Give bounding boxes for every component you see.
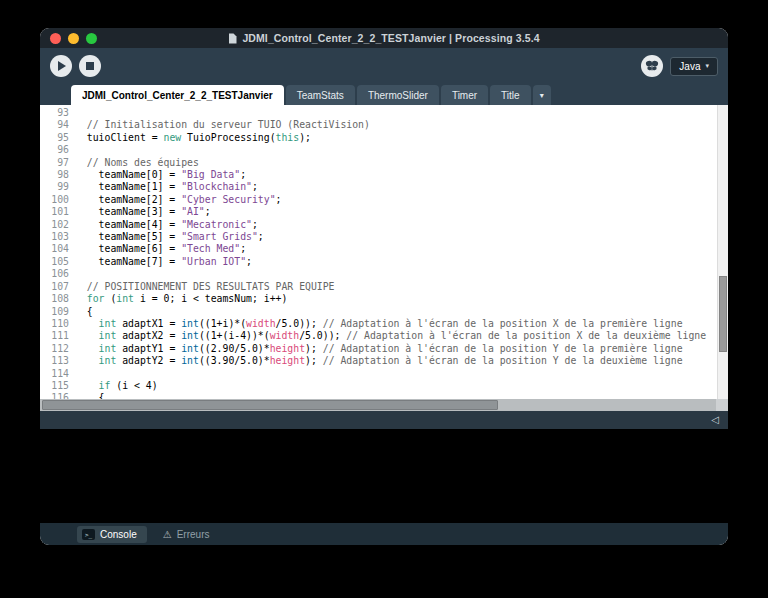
debug-butterfly-icon	[645, 60, 659, 72]
window-controls	[50, 28, 97, 48]
tab-errors[interactable]: ⚠ Erreurs	[163, 529, 210, 540]
code-line: 109 {	[43, 306, 717, 318]
line-number: 116	[43, 392, 75, 399]
code-text: int adaptY1 = int((2.90/5.0)*height); //…	[75, 343, 683, 354]
code-text: // POSITIONNEMENT DES RESULTATS PAR EQUI…	[75, 281, 335, 292]
code-line: 114	[43, 368, 717, 380]
editor-tab[interactable]: TeamStats	[286, 85, 355, 105]
line-number: 108	[43, 293, 75, 305]
line-number: 104	[43, 243, 75, 255]
processing-window: JDMI_Control_Center_2_2_TESTJanvier | Pr…	[40, 28, 728, 545]
line-number: 105	[43, 256, 75, 268]
code-line: 95 tuioClient = new TuioProcessing(this)…	[43, 132, 717, 144]
code-text: if (i < 4)	[75, 380, 158, 391]
run-button[interactable]	[50, 55, 72, 77]
code-line: 97 // Noms des équipes	[43, 157, 717, 169]
code-line: 98 teamName[0] = "Big Data";	[43, 169, 717, 181]
horizontal-scrollbar-thumb[interactable]	[42, 400, 498, 410]
console-collapse-icon[interactable]: ◁	[711, 415, 719, 425]
line-number: 93	[43, 107, 75, 119]
stop-icon	[86, 62, 94, 70]
line-number: 112	[43, 343, 75, 355]
code-line: 93	[43, 107, 717, 119]
line-number: 100	[43, 194, 75, 206]
code-editor[interactable]: 93 94 // Initialisation du serveur TUIO …	[40, 105, 728, 399]
code-line: 100 teamName[2] = "Cyber Security";	[43, 194, 717, 206]
line-number: 95	[43, 132, 75, 144]
code-line: 113 int adaptY2 = int((3.90/5.0)*height)…	[43, 355, 717, 367]
tab-overflow-button[interactable]: ▾	[533, 85, 551, 105]
line-number: 101	[43, 206, 75, 218]
code-line: 104 teamName[6] = "Tech Med";	[43, 243, 717, 255]
debug-button[interactable]	[641, 55, 663, 77]
line-number: 97	[43, 157, 75, 169]
tab-console[interactable]: >_ Console	[77, 526, 147, 543]
code-text: teamName[4] = "Mecatronic";	[75, 219, 258, 230]
code-text: teamName[7] = "Urban IOT";	[75, 256, 252, 267]
line-number: 102	[43, 219, 75, 231]
line-number: 98	[43, 169, 75, 181]
toolbar: Java ▾	[40, 48, 728, 84]
code-text: {	[75, 306, 93, 317]
code-text: teamName[2] = "Cyber Security";	[75, 194, 281, 205]
close-window-button[interactable]	[50, 33, 61, 44]
tab-bar: JDMI_Control_Center_2_2_TESTJanvierTeamS…	[40, 84, 728, 105]
editor-tab[interactable]: ThermoSlider	[357, 85, 439, 105]
titlebar[interactable]: JDMI_Control_Center_2_2_TESTJanvier | Pr…	[40, 28, 728, 48]
console-tab-label: Console	[100, 529, 137, 540]
line-number: 106	[43, 268, 75, 280]
document-icon	[228, 33, 237, 44]
code-text	[75, 107, 81, 118]
scrollbar-corner	[716, 399, 728, 411]
code-line: 110 int adaptX1 = int((1+i)*(width/5.0))…	[43, 318, 717, 330]
vertical-scrollbar-thumb[interactable]	[719, 276, 727, 352]
code-line: 105 teamName[7] = "Urban IOT";	[43, 256, 717, 268]
window-title: JDMI_Control_Center_2_2_TESTJanvier | Pr…	[242, 32, 539, 44]
code-line: 103 teamName[5] = "Smart Grids";	[43, 231, 717, 243]
code-text: teamName[3] = "AI";	[75, 206, 211, 217]
line-number: 115	[43, 380, 75, 392]
code-text: int adaptY2 = int((3.90/5.0)*height); //…	[75, 355, 683, 366]
line-number: 103	[43, 231, 75, 243]
code-line: 112 int adaptY1 = int((2.90/5.0)*height)…	[43, 343, 717, 355]
code-text	[75, 368, 81, 379]
code-line: 106	[43, 268, 717, 280]
code-line: 111 int adaptX2 = int((1+(i-4))*(width/5…	[43, 330, 717, 342]
mode-label: Java	[679, 61, 700, 72]
code-text: teamName[0] = "Big Data";	[75, 169, 246, 180]
title-wrap: JDMI_Control_Center_2_2_TESTJanvier | Pr…	[228, 32, 539, 44]
horizontal-scrollbar[interactable]	[40, 399, 728, 411]
editor-tab[interactable]: JDMI_Control_Center_2_2_TESTJanvier	[71, 85, 284, 105]
code-text: int adaptX1 = int((1+i)*(width/5.0)); //…	[75, 318, 683, 329]
line-number: 94	[43, 119, 75, 131]
code-line: 115 if (i < 4)	[43, 380, 717, 392]
chevron-down-icon: ▾	[705, 62, 709, 70]
line-number: 113	[43, 355, 75, 367]
mode-selector[interactable]: Java ▾	[670, 57, 718, 76]
console-divider[interactable]: ◁	[40, 411, 728, 429]
zoom-window-button[interactable]	[86, 33, 97, 44]
code-text: teamName[6] = "Tech Med";	[75, 243, 246, 254]
editor-tab[interactable]: Timer	[441, 85, 488, 105]
code-line: 107 // POSITIONNEMENT DES RESULTATS PAR …	[43, 281, 717, 293]
code-text: teamName[1] = "Blockchain";	[75, 181, 258, 192]
code-line: 108 for (int i = 0; i < teamsNum; i++)	[43, 293, 717, 305]
vertical-scrollbar[interactable]	[717, 105, 728, 399]
code-text: // Noms des équipes	[75, 157, 199, 168]
editor-tab[interactable]: Title	[490, 85, 531, 105]
terminal-icon: >_	[82, 529, 95, 540]
code-line: 99 teamName[1] = "Blockchain";	[43, 181, 717, 193]
code-line: 96	[43, 144, 717, 156]
code-area: 93 94 // Initialisation du serveur TUIO …	[43, 107, 717, 399]
code-text: for (int i = 0; i < teamsNum; i++)	[75, 293, 287, 304]
minimize-window-button[interactable]	[68, 33, 79, 44]
stop-button[interactable]	[79, 55, 101, 77]
line-number: 96	[43, 144, 75, 156]
console-output	[40, 429, 728, 523]
code-line: 102 teamName[4] = "Mecatronic";	[43, 219, 717, 231]
code-line: 101 teamName[3] = "AI";	[43, 206, 717, 218]
footer-bar: >_ Console ⚠ Erreurs	[40, 523, 728, 545]
code-text: // Initialisation du serveur TUIO (React…	[75, 119, 370, 130]
code-text: teamName[5] = "Smart Grids";	[75, 231, 264, 242]
code-text: {	[75, 392, 105, 399]
